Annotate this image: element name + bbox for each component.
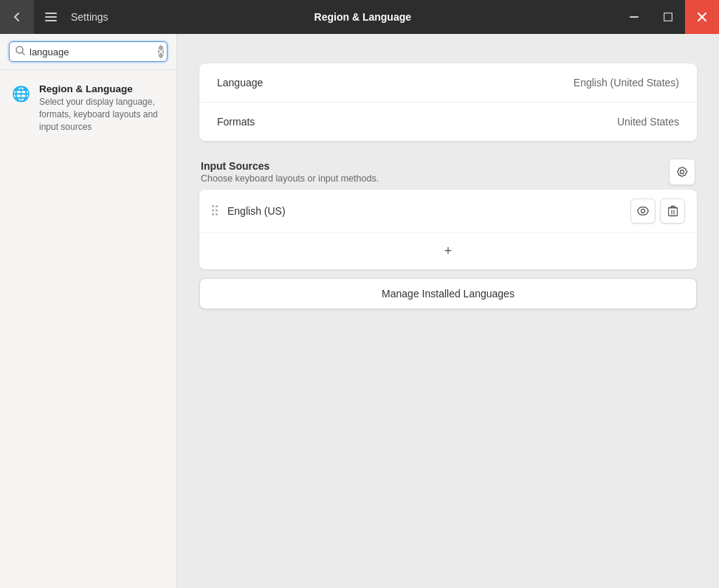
svg-point-18 [641, 210, 645, 213]
input-sources-section: Input Sources Choose keyboard layouts or… [199, 159, 697, 309]
sidebar-item-title: Region & Language [39, 83, 165, 94]
svg-point-13 [212, 209, 214, 211]
svg-point-14 [216, 209, 218, 211]
drag-handle-icon[interactable] [211, 204, 219, 218]
content-area: 🌐 Region & Language Select your display … [0, 34, 719, 588]
search-box [9, 41, 168, 62]
delete-button[interactable] [660, 198, 685, 224]
section-header-left: Input Sources Choose keyboard layouts or… [201, 160, 379, 184]
input-source-actions [630, 198, 685, 224]
preview-button[interactable] [630, 198, 656, 224]
maximize-button[interactable] [651, 0, 685, 34]
input-sources-card: English (US) [199, 190, 697, 269]
search-clear-button[interactable] [158, 45, 164, 58]
svg-point-16 [216, 213, 218, 215]
formats-value: United States [617, 116, 679, 128]
search-container [0, 34, 176, 70]
sidebar: 🌐 Region & Language Select your display … [0, 34, 177, 588]
main-panel: Language English (United States) Formats… [177, 34, 719, 588]
section-header: Input Sources Choose keyboard layouts or… [199, 159, 697, 185]
svg-rect-4 [664, 13, 672, 21]
add-icon: + [444, 243, 453, 259]
formats-label: Formats [217, 116, 255, 128]
svg-point-12 [216, 205, 218, 207]
input-source-name: English (US) [227, 205, 622, 217]
svg-line-8 [22, 52, 24, 55]
svg-rect-2 [45, 20, 57, 21]
page-title: Region & Language [314, 11, 411, 23]
gear-button[interactable] [669, 159, 695, 185]
formats-row[interactable]: Formats United States [199, 103, 697, 141]
svg-point-17 [638, 207, 648, 215]
globe-icon: 🌐 [12, 85, 30, 103]
manage-languages-button[interactable]: Manage Installed Languages [199, 278, 697, 309]
search-input[interactable] [30, 46, 154, 58]
close-button[interactable] [685, 0, 719, 34]
language-formats-card: Language English (United States) Formats… [199, 63, 697, 141]
svg-rect-0 [45, 13, 57, 14]
svg-rect-3 [630, 16, 639, 18]
add-row[interactable]: + [199, 233, 697, 269]
sidebar-items: 🌐 Region & Language Select your display … [0, 70, 176, 146]
section-title: Input Sources [201, 160, 379, 172]
svg-rect-19 [668, 208, 677, 216]
input-source-row: English (US) [199, 190, 697, 233]
language-value: English (United States) [574, 77, 679, 89]
titlebar: Settings Region & Language [0, 0, 719, 34]
sidebar-item-text: Region & Language Select your display la… [39, 83, 165, 133]
back-button[interactable] [0, 0, 34, 34]
svg-point-15 [212, 213, 214, 215]
menu-button[interactable] [34, 0, 68, 34]
sidebar-item-region-language[interactable]: 🌐 Region & Language Select your display … [0, 76, 176, 140]
svg-rect-1 [45, 16, 57, 18]
app-title: Settings [71, 11, 109, 23]
sidebar-item-desc: Select your display language, formats, k… [39, 96, 165, 133]
language-row[interactable]: Language English (United States) [199, 63, 697, 103]
language-label: Language [217, 77, 263, 89]
minimize-button[interactable] [617, 0, 651, 34]
svg-point-11 [212, 205, 214, 207]
search-icon [16, 46, 25, 58]
section-desc: Choose keyboard layouts or input methods… [201, 173, 379, 184]
